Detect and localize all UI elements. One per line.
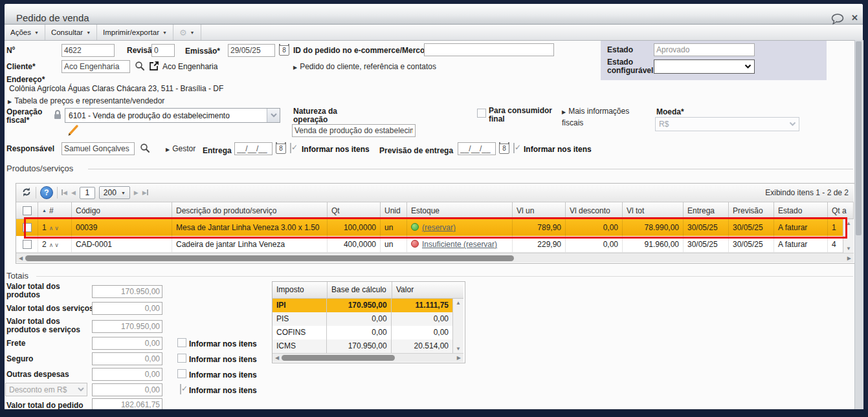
calendar-icon[interactable]: 8: [279, 45, 289, 56]
qta-cell: 4: [828, 236, 843, 252]
ecommerce-id-input[interactable]: [424, 43, 554, 56]
operacao-fiscal-select[interactable]: 6101 - Venda de produção do estabelecime…: [65, 108, 280, 123]
scroll-left-icon[interactable]: ◀: [16, 255, 25, 261]
frete-input[interactable]: [92, 337, 162, 350]
col-header-num[interactable]: ▲#: [38, 202, 72, 219]
col-header-vlun[interactable]: Vl un: [513, 202, 566, 219]
close-icon[interactable]: ✕: [851, 13, 858, 23]
outras-informar-checkbox[interactable]: [177, 369, 186, 378]
seguro-informar-checkbox[interactable]: [177, 354, 186, 363]
settings-menu-button[interactable]: ⚙▼: [173, 25, 201, 40]
responsavel-input[interactable]: [61, 142, 135, 155]
emissao-input[interactable]: [228, 44, 275, 57]
tax-row-ipi[interactable]: IPI 170.950,00 11.111,75: [273, 299, 452, 312]
next-page-button[interactable]: ▶: [134, 190, 139, 196]
page-horizontal-scrollbar[interactable]: [0, 409, 868, 417]
estado-configuravel-select[interactable]: [654, 59, 755, 74]
pedido-cliente-expander[interactable]: ▶Pedido do cliente, referência e contato…: [293, 61, 436, 73]
scroll-right-icon[interactable]: ▶: [454, 355, 463, 361]
grid-vertical-scrollbar[interactable]: ▲ ▼: [843, 219, 854, 253]
scroll-down-icon[interactable]: ▼: [453, 346, 463, 352]
col-header-descricao[interactable]: Descrição do produto/serviço: [172, 202, 328, 219]
natureza-input[interactable]: [292, 124, 416, 137]
help-icon[interactable]: ?: [40, 186, 53, 199]
previsao-date-input[interactable]: [458, 142, 496, 155]
acoes-menu-button[interactable]: Ações▼: [5, 25, 45, 40]
consumidor-final-checkbox[interactable]: [477, 109, 486, 118]
entrega-informar-checkbox[interactable]: [290, 143, 291, 153]
reorder-up-down-icons[interactable]: ∧∨: [49, 225, 60, 231]
tabela-precos-expander[interactable]: ▶Tabela de preços e representante/vended…: [8, 96, 164, 107]
desconto-informar-checkbox[interactable]: [180, 384, 181, 394]
col-header-qt[interactable]: Qt: [328, 202, 381, 219]
reservar-link[interactable]: (reservar): [422, 223, 456, 232]
entrega-date-input[interactable]: [234, 142, 273, 155]
imprimir-exportar-menu-button[interactable]: Imprimir/exportar▼: [97, 25, 173, 40]
col-header-previsao[interactable]: Previsão: [729, 202, 774, 219]
col-header-estado[interactable]: Estado: [774, 202, 828, 219]
search-icon[interactable]: [140, 143, 150, 155]
scrollbar-thumb[interactable]: [282, 355, 395, 361]
page-vertical-scrollbar[interactable]: [854, 40, 863, 409]
tax-row-cofins[interactable]: COFINS 0,00 0,00: [273, 326, 452, 339]
toolbar-separator: [36, 187, 36, 198]
product-row-1[interactable]: 1∧∨ 00039 Mesa de Jantar Linha Veneza 3.…: [16, 219, 843, 236]
scroll-down-icon[interactable]: ▼: [843, 246, 854, 251]
page-size-select[interactable]: 200▼: [99, 186, 130, 199]
col-header-vltot[interactable]: Vl tot: [623, 202, 684, 219]
col-header-qta[interactable]: Qt a: [828, 202, 854, 219]
refresh-icon[interactable]: [21, 187, 32, 199]
tax-base: 170.950,00: [327, 299, 391, 312]
lock-icon: [53, 109, 62, 122]
col-header-entrega[interactable]: Entrega: [684, 202, 729, 219]
col-header-estoque[interactable]: Estoque: [407, 202, 513, 219]
numero-input[interactable]: [61, 44, 115, 57]
cliente-input[interactable]: [61, 60, 130, 73]
seguro-input[interactable]: [92, 352, 162, 365]
revisao-input[interactable]: [151, 44, 175, 57]
calendar-icon[interactable]: 8: [276, 144, 286, 154]
taxes-vertical-scrollbar[interactable]: ▲ ▼: [452, 299, 463, 353]
col-header-imposto: Imposto: [273, 282, 328, 298]
scrollbar-thumb[interactable]: [856, 41, 862, 235]
grid-horizontal-scrollbar[interactable]: ◀ ▶: [16, 253, 854, 262]
product-row-2[interactable]: 2∧∨ CAD-0001 Cadeira de jantar Linha Ven…: [16, 236, 843, 253]
search-icon[interactable]: [135, 61, 145, 73]
taxes-header-row: Imposto Base de cálculo Valor: [273, 282, 463, 299]
reorder-up-down-icons[interactable]: ∧∨: [49, 242, 60, 248]
gestor-expander[interactable]: ▶Gestor: [166, 144, 195, 155]
row-checkbox[interactable]: [23, 240, 32, 249]
consultar-menu-button[interactable]: Consultar▼: [45, 25, 97, 40]
tax-row-pis[interactable]: PIS 0,00 0,00: [273, 312, 452, 326]
col-header-codigo[interactable]: Código: [72, 202, 172, 219]
calendar-icon[interactable]: 8: [499, 144, 509, 154]
reservar-link[interactable]: Insuficiente (reservar): [422, 240, 497, 249]
scroll-up-icon[interactable]: ▲: [843, 220, 854, 226]
gear-icon: ⚙: [179, 28, 187, 37]
outras-despesas-input[interactable]: [92, 368, 162, 381]
emissao-label: Emissão*: [185, 47, 220, 56]
frete-informar-checkbox[interactable]: [177, 338, 186, 347]
scrollbar-thumb[interactable]: [25, 255, 514, 261]
edit-pencil-icon[interactable]: [67, 124, 80, 138]
desconto-input[interactable]: [92, 383, 162, 396]
mais-info-fiscais-expander[interactable]: ▶Mais informações fiscais: [562, 106, 638, 129]
taxes-horizontal-scrollbar[interactable]: ◀ ▶: [273, 353, 463, 362]
previous-page-button[interactable]: ◀: [71, 190, 76, 196]
total-produtos-input: [92, 285, 162, 298]
col-header-unid[interactable]: Unid: [381, 202, 407, 219]
tax-row-icms[interactable]: ICMS 170.950,00 20.514,00: [273, 339, 452, 353]
previsao-informar-checkbox[interactable]: [513, 143, 515, 153]
col-header-vldesconto[interactable]: Vl desconto: [566, 202, 623, 219]
page-number-input[interactable]: 1: [80, 187, 95, 199]
row-checkbox[interactable]: [23, 223, 32, 232]
external-link-icon[interactable]: [148, 60, 160, 74]
first-page-button[interactable]: ◀: [61, 189, 67, 196]
last-page-button[interactable]: ▶: [142, 189, 148, 196]
select-all-checkbox[interactable]: [23, 206, 32, 215]
vlun-cell: 229,90: [513, 236, 566, 252]
scroll-up-icon[interactable]: ▲: [453, 300, 463, 306]
scroll-left-icon[interactable]: ◀: [273, 355, 282, 361]
cliente-display: Aco Engenharia: [162, 63, 217, 71]
scroll-right-icon[interactable]: ▶: [845, 255, 854, 261]
